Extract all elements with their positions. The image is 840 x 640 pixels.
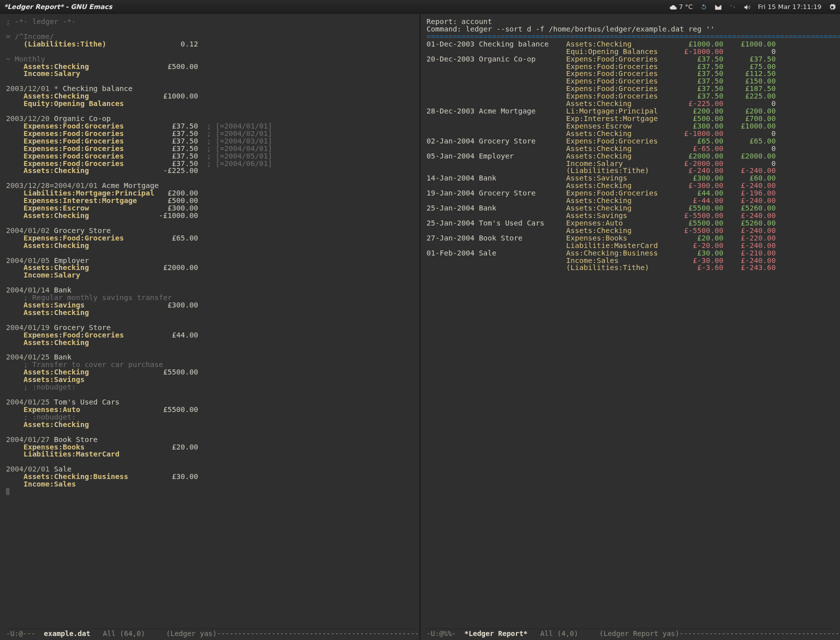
report-buffer[interactable]: Report: account Command: ledger --sort d… [426,18,834,628]
desktop-panel: *Ledger Report* - GNU Emacs 7 °C Fri 15 … [0,0,840,14]
refresh-icon[interactable] [700,4,708,11]
system-tray: 7 °C Fri 15 Mar 17:11:19 [670,4,836,11]
gear-icon[interactable] [828,4,836,11]
modeline-right: -U:@%%- *Ledger Report* All (4,0) (Ledge… [426,628,834,640]
weather-indicator[interactable]: 7 °C [670,4,693,11]
ledger-buffer[interactable]: ; -*- ledger -*- = /^Income/ (Liabilitie… [6,18,414,628]
window-title: *Ledger Report* - GNU Emacs [4,4,670,10]
volume-icon[interactable] [744,4,751,11]
cloud-icon [670,4,677,11]
modeline-left: -U:@--- example.dat All (64,0) (Ledger y… [6,628,414,640]
panel-clock: Fri 15 Mar 17:11:19 [758,4,822,10]
pane-ledger-report[interactable]: Report: account Command: ledger --sort d… [420,14,840,640]
network-icon[interactable] [729,4,736,11]
mail-icon[interactable] [714,4,722,11]
pane-ledger-source[interactable]: ; -*- ledger -*- = /^Income/ (Liabilitie… [0,14,420,640]
